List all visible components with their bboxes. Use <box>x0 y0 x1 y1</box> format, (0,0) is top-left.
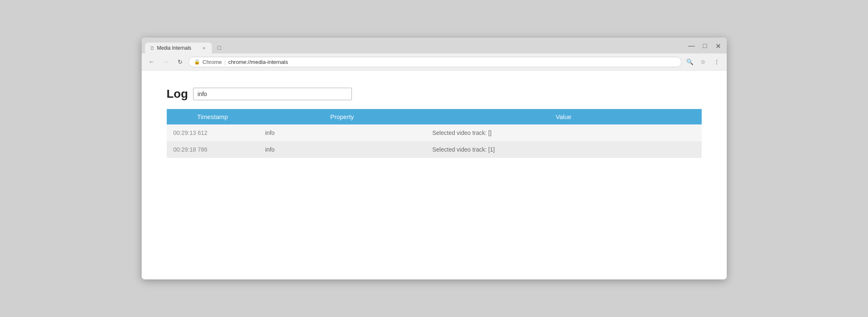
cell-value: Selected video track: [] <box>426 124 702 141</box>
log-section: Log Timestamp Property Value 00:29:13 61… <box>167 87 702 158</box>
tab-page-icon: 🗋 <box>150 46 155 51</box>
tab-close-button[interactable]: × <box>201 45 206 51</box>
table-row: 00:29:18 786infoSelected video track: [1… <box>167 141 702 158</box>
search-button[interactable]: 🔍 <box>684 56 696 68</box>
cell-property: info <box>259 124 426 141</box>
browser-window: 🗋 Media Internals × □ — □ ✕ ← → ↻ <box>142 38 727 279</box>
title-bar: 🗋 Media Internals × □ — □ ✕ ← → ↻ <box>142 38 727 71</box>
url-input[interactable] <box>228 59 676 65</box>
secure-icon: 🔒 <box>194 59 200 65</box>
cell-timestamp: 00:29:13 612 <box>167 124 259 141</box>
back-button[interactable]: ← <box>146 56 158 68</box>
forward-icon: → <box>163 58 169 65</box>
maximize-button[interactable]: □ <box>700 41 710 51</box>
cell-value: Selected video track: [1] <box>426 141 702 158</box>
log-title: Log <box>167 87 188 101</box>
table-row: 00:29:13 612infoSelected video track: [] <box>167 124 702 141</box>
table-header: Timestamp Property Value <box>167 109 702 124</box>
log-filter-input[interactable] <box>193 88 352 100</box>
address-bar[interactable]: 🔒 Chrome | <box>188 57 682 67</box>
url-prefix: Chrome <box>203 59 222 65</box>
log-header: Log <box>167 87 702 101</box>
tabs-row: 🗋 Media Internals × □ — □ ✕ <box>142 38 727 53</box>
star-icon: ☆ <box>700 58 706 65</box>
window-controls: — □ ✕ <box>687 41 723 53</box>
url-separator: | <box>224 59 226 65</box>
property-header: Property <box>259 109 426 124</box>
page-content: Log Timestamp Property Value 00:29:13 61… <box>142 71 727 279</box>
menu-button[interactable]: ⋮ <box>711 56 723 68</box>
reload-button[interactable]: ↻ <box>174 56 186 68</box>
value-header: Value <box>426 109 702 124</box>
forward-button[interactable]: → <box>160 56 172 68</box>
cell-property: info <box>259 141 426 158</box>
table-body: 00:29:13 612infoSelected video track: []… <box>167 124 702 158</box>
back-icon: ← <box>149 58 155 65</box>
bookmark-button[interactable]: ☆ <box>697 56 709 68</box>
search-icon: 🔍 <box>686 58 693 65</box>
tab-label: Media Internals <box>157 45 199 51</box>
minimize-button[interactable]: — <box>687 41 697 51</box>
nav-actions: 🔍 ☆ ⋮ <box>684 56 723 68</box>
nav-bar: ← → ↻ 🔒 Chrome | 🔍 ☆ <box>142 53 727 71</box>
menu-icon: ⋮ <box>714 58 720 65</box>
timestamp-header: Timestamp <box>167 109 259 124</box>
reload-icon: ↻ <box>178 58 183 65</box>
log-table: Timestamp Property Value 00:29:13 612inf… <box>167 109 702 158</box>
active-tab[interactable]: 🗋 Media Internals × <box>145 43 212 53</box>
table-header-row: Timestamp Property Value <box>167 109 702 124</box>
new-tab-button[interactable]: □ <box>214 42 225 53</box>
cell-timestamp: 00:29:18 786 <box>167 141 259 158</box>
close-button[interactable]: ✕ <box>713 41 723 51</box>
